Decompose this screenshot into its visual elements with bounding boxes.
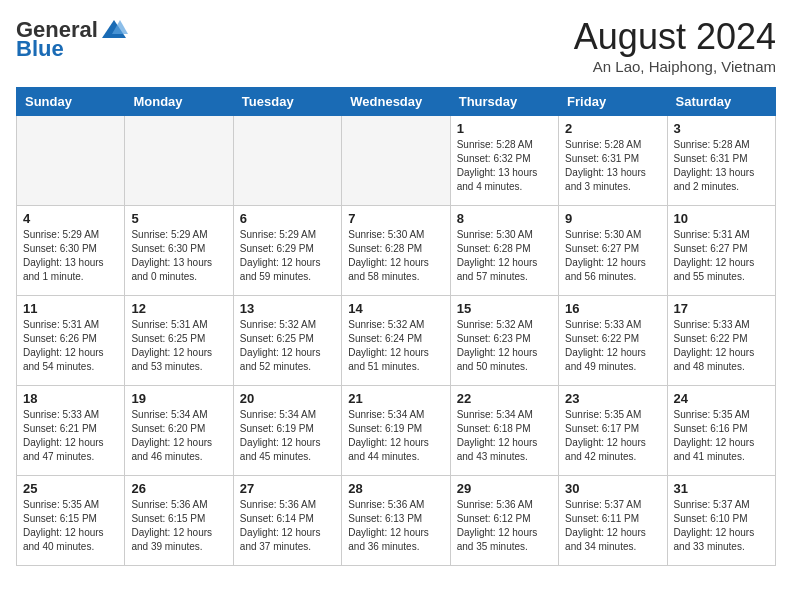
calendar-cell: 24Sunrise: 5:35 AM Sunset: 6:16 PM Dayli… [667,386,775,476]
calendar-cell: 6Sunrise: 5:29 AM Sunset: 6:29 PM Daylig… [233,206,341,296]
day-info: Sunrise: 5:34 AM Sunset: 6:18 PM Dayligh… [457,408,552,464]
day-info: Sunrise: 5:33 AM Sunset: 6:21 PM Dayligh… [23,408,118,464]
day-number: 12 [131,301,226,316]
day-info: Sunrise: 5:29 AM Sunset: 6:29 PM Dayligh… [240,228,335,284]
calendar-cell: 22Sunrise: 5:34 AM Sunset: 6:18 PM Dayli… [450,386,558,476]
day-info: Sunrise: 5:33 AM Sunset: 6:22 PM Dayligh… [674,318,769,374]
calendar-cell: 5Sunrise: 5:29 AM Sunset: 6:30 PM Daylig… [125,206,233,296]
day-number: 11 [23,301,118,316]
day-number: 30 [565,481,660,496]
calendar-cell [233,116,341,206]
day-info: Sunrise: 5:32 AM Sunset: 6:23 PM Dayligh… [457,318,552,374]
calendar-week-row: 11Sunrise: 5:31 AM Sunset: 6:26 PM Dayli… [17,296,776,386]
day-info: Sunrise: 5:36 AM Sunset: 6:12 PM Dayligh… [457,498,552,554]
calendar-cell: 31Sunrise: 5:37 AM Sunset: 6:10 PM Dayli… [667,476,775,566]
day-info: Sunrise: 5:35 AM Sunset: 6:15 PM Dayligh… [23,498,118,554]
day-info: Sunrise: 5:30 AM Sunset: 6:27 PM Dayligh… [565,228,660,284]
day-info: Sunrise: 5:37 AM Sunset: 6:11 PM Dayligh… [565,498,660,554]
weekday-header-monday: Monday [125,88,233,116]
title-block: August 2024 An Lao, Haiphong, Vietnam [574,16,776,75]
day-number: 18 [23,391,118,406]
day-info: Sunrise: 5:31 AM Sunset: 6:26 PM Dayligh… [23,318,118,374]
day-info: Sunrise: 5:36 AM Sunset: 6:13 PM Dayligh… [348,498,443,554]
calendar-cell [125,116,233,206]
day-info: Sunrise: 5:28 AM Sunset: 6:31 PM Dayligh… [674,138,769,194]
calendar-cell: 7Sunrise: 5:30 AM Sunset: 6:28 PM Daylig… [342,206,450,296]
day-info: Sunrise: 5:32 AM Sunset: 6:25 PM Dayligh… [240,318,335,374]
weekday-header-sunday: Sunday [17,88,125,116]
calendar-cell: 25Sunrise: 5:35 AM Sunset: 6:15 PM Dayli… [17,476,125,566]
day-info: Sunrise: 5:36 AM Sunset: 6:14 PM Dayligh… [240,498,335,554]
calendar-cell: 28Sunrise: 5:36 AM Sunset: 6:13 PM Dayli… [342,476,450,566]
location-text: An Lao, Haiphong, Vietnam [574,58,776,75]
calendar-cell: 13Sunrise: 5:32 AM Sunset: 6:25 PM Dayli… [233,296,341,386]
day-info: Sunrise: 5:37 AM Sunset: 6:10 PM Dayligh… [674,498,769,554]
day-info: Sunrise: 5:31 AM Sunset: 6:25 PM Dayligh… [131,318,226,374]
weekday-header-wednesday: Wednesday [342,88,450,116]
calendar-header-row: SundayMondayTuesdayWednesdayThursdayFrid… [17,88,776,116]
weekday-header-thursday: Thursday [450,88,558,116]
calendar-cell: 26Sunrise: 5:36 AM Sunset: 6:15 PM Dayli… [125,476,233,566]
day-info: Sunrise: 5:29 AM Sunset: 6:30 PM Dayligh… [131,228,226,284]
calendar-cell: 18Sunrise: 5:33 AM Sunset: 6:21 PM Dayli… [17,386,125,476]
day-info: Sunrise: 5:34 AM Sunset: 6:19 PM Dayligh… [240,408,335,464]
calendar-cell: 14Sunrise: 5:32 AM Sunset: 6:24 PM Dayli… [342,296,450,386]
calendar-cell: 27Sunrise: 5:36 AM Sunset: 6:14 PM Dayli… [233,476,341,566]
day-info: Sunrise: 5:31 AM Sunset: 6:27 PM Dayligh… [674,228,769,284]
calendar-week-row: 1Sunrise: 5:28 AM Sunset: 6:32 PM Daylig… [17,116,776,206]
day-number: 23 [565,391,660,406]
day-number: 5 [131,211,226,226]
day-info: Sunrise: 5:30 AM Sunset: 6:28 PM Dayligh… [457,228,552,284]
day-number: 24 [674,391,769,406]
day-number: 2 [565,121,660,136]
logo-blue-text: Blue [16,36,64,62]
calendar-cell: 15Sunrise: 5:32 AM Sunset: 6:23 PM Dayli… [450,296,558,386]
day-info: Sunrise: 5:28 AM Sunset: 6:31 PM Dayligh… [565,138,660,194]
calendar-cell: 29Sunrise: 5:36 AM Sunset: 6:12 PM Dayli… [450,476,558,566]
day-number: 25 [23,481,118,496]
day-info: Sunrise: 5:29 AM Sunset: 6:30 PM Dayligh… [23,228,118,284]
day-number: 19 [131,391,226,406]
calendar-cell: 4Sunrise: 5:29 AM Sunset: 6:30 PM Daylig… [17,206,125,296]
calendar-cell: 8Sunrise: 5:30 AM Sunset: 6:28 PM Daylig… [450,206,558,296]
day-number: 29 [457,481,552,496]
day-number: 4 [23,211,118,226]
logo-icon [100,16,128,44]
day-number: 13 [240,301,335,316]
calendar-cell: 17Sunrise: 5:33 AM Sunset: 6:22 PM Dayli… [667,296,775,386]
day-number: 6 [240,211,335,226]
calendar-cell: 1Sunrise: 5:28 AM Sunset: 6:32 PM Daylig… [450,116,558,206]
calendar-cell: 19Sunrise: 5:34 AM Sunset: 6:20 PM Dayli… [125,386,233,476]
day-number: 26 [131,481,226,496]
calendar-cell: 11Sunrise: 5:31 AM Sunset: 6:26 PM Dayli… [17,296,125,386]
day-number: 1 [457,121,552,136]
day-number: 3 [674,121,769,136]
day-number: 15 [457,301,552,316]
day-number: 20 [240,391,335,406]
day-number: 27 [240,481,335,496]
calendar-cell: 20Sunrise: 5:34 AM Sunset: 6:19 PM Dayli… [233,386,341,476]
day-number: 31 [674,481,769,496]
day-number: 14 [348,301,443,316]
calendar-cell: 16Sunrise: 5:33 AM Sunset: 6:22 PM Dayli… [559,296,667,386]
day-number: 7 [348,211,443,226]
page-header: General Blue August 2024 An Lao, Haiphon… [16,16,776,75]
day-number: 10 [674,211,769,226]
day-info: Sunrise: 5:32 AM Sunset: 6:24 PM Dayligh… [348,318,443,374]
day-info: Sunrise: 5:30 AM Sunset: 6:28 PM Dayligh… [348,228,443,284]
calendar-cell: 12Sunrise: 5:31 AM Sunset: 6:25 PM Dayli… [125,296,233,386]
day-info: Sunrise: 5:35 AM Sunset: 6:17 PM Dayligh… [565,408,660,464]
calendar-cell: 2Sunrise: 5:28 AM Sunset: 6:31 PM Daylig… [559,116,667,206]
weekday-header-friday: Friday [559,88,667,116]
day-number: 16 [565,301,660,316]
calendar-cell: 9Sunrise: 5:30 AM Sunset: 6:27 PM Daylig… [559,206,667,296]
calendar-cell [17,116,125,206]
calendar-table: SundayMondayTuesdayWednesdayThursdayFrid… [16,87,776,566]
day-number: 9 [565,211,660,226]
calendar-cell: 30Sunrise: 5:37 AM Sunset: 6:11 PM Dayli… [559,476,667,566]
calendar-week-row: 18Sunrise: 5:33 AM Sunset: 6:21 PM Dayli… [17,386,776,476]
day-info: Sunrise: 5:28 AM Sunset: 6:32 PM Dayligh… [457,138,552,194]
day-info: Sunrise: 5:34 AM Sunset: 6:19 PM Dayligh… [348,408,443,464]
calendar-week-row: 25Sunrise: 5:35 AM Sunset: 6:15 PM Dayli… [17,476,776,566]
weekday-header-saturday: Saturday [667,88,775,116]
